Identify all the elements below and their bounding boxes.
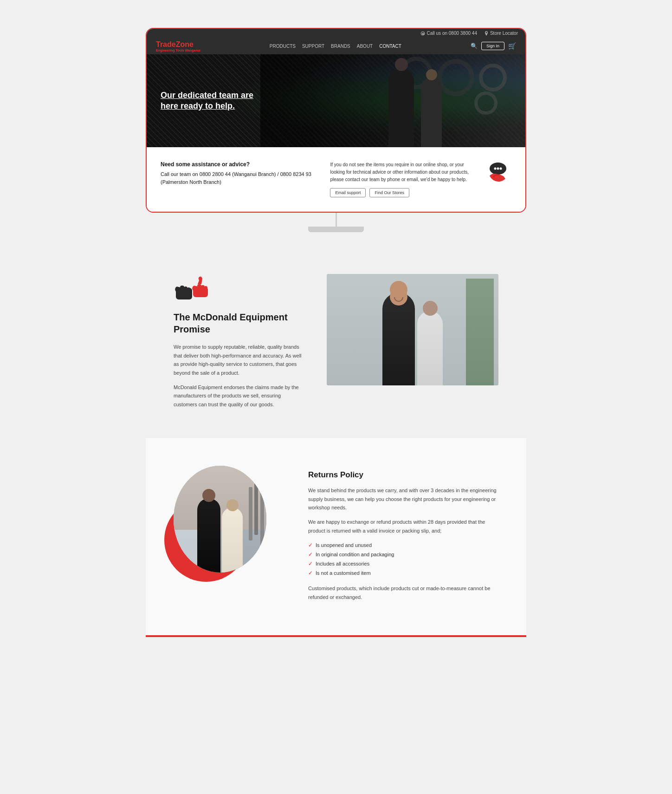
check-icon-2: ✓ xyxy=(308,551,313,558)
returns-photo xyxy=(174,466,266,573)
contact-description: If you do not see the items you require … xyxy=(330,161,474,183)
find-stores-button[interactable]: Find Our Stores xyxy=(369,188,409,197)
promise-section: The McDonald Equipment Promise We promis… xyxy=(146,251,526,438)
contact-icon-area xyxy=(484,161,511,184)
search-icon[interactable]: 🔍 xyxy=(471,43,478,49)
checklist-item-4: ✓ Is not a customised item xyxy=(308,568,498,578)
contact-right: If you do not see the items you require … xyxy=(330,161,511,197)
contact-left: Need some assistance or advice? Call our… xyxy=(161,161,311,186)
svg-rect-10 xyxy=(187,287,190,294)
logo[interactable]: TradeZone Engineering Tools Wanganui xyxy=(156,40,200,52)
navbar: TradeZone Engineering Tools Wanganui PRO… xyxy=(147,38,525,54)
returns-text-1: We stand behind the products we carry, a… xyxy=(308,486,498,512)
monitor-frame: ☎ Call us on 0800 3800 44 Store Locator … xyxy=(146,28,526,213)
check-icon-1: ✓ xyxy=(308,542,313,548)
checklist-item-2: ✓ In original condition and packaging xyxy=(308,550,498,559)
promise-left: The McDonald Equipment Promise We promis… xyxy=(174,274,304,415)
check-icon-4: ✓ xyxy=(308,570,313,576)
monitor-stand-base xyxy=(308,227,364,232)
svg-rect-9 xyxy=(184,286,187,294)
svg-text:☎: ☎ xyxy=(421,33,425,35)
nav-about[interactable]: ABOUT xyxy=(357,44,373,49)
contact-section: Need some assistance or advice? Call our… xyxy=(147,147,525,212)
returns-title: Returns Policy xyxy=(308,470,498,480)
phone-info: ☎ Call us on 0800 3800 44 xyxy=(420,31,477,36)
svg-rect-8 xyxy=(180,286,184,294)
nav-contact[interactable]: CONTACT xyxy=(379,44,401,49)
svg-point-3 xyxy=(494,168,496,170)
svg-rect-14 xyxy=(201,285,205,293)
nav-actions: 🔍 Sign In 🛒 xyxy=(471,42,516,50)
nav-products[interactable]: PRODUCTS xyxy=(270,44,296,49)
below-monitor-content: The McDonald Equipment Promise We promis… xyxy=(146,251,526,637)
store-locator-link[interactable]: Store Locator xyxy=(485,31,518,36)
checklist-item-3: ✓ Includes all accessories xyxy=(308,559,498,568)
promise-right xyxy=(327,274,498,385)
checklist-item-1: ✓ Is unopened and unused xyxy=(308,540,498,550)
hero-section: Our dedicated team are here ready to hel… xyxy=(147,54,525,147)
contact-phone-text: Call our team on 0800 2800 44 (Wanganui … xyxy=(161,170,311,186)
promise-image xyxy=(327,274,498,385)
returns-image-wrapper xyxy=(174,466,285,573)
thumbs-glove-icon xyxy=(174,274,213,304)
cart-icon[interactable]: 🛒 xyxy=(508,42,516,50)
monitor-stand-neck xyxy=(336,213,337,227)
bottom-bar xyxy=(146,635,526,637)
svg-rect-13 xyxy=(197,284,201,293)
promise-text-1: We promise to supply reputable, reliable… xyxy=(174,343,304,377)
hero-headline: Our dedicated team are here ready to hel… xyxy=(161,90,263,112)
nav-support[interactable]: SUPPORT xyxy=(302,44,324,49)
check-icon-3: ✓ xyxy=(308,560,313,567)
svg-point-4 xyxy=(497,168,499,170)
email-support-button[interactable]: Email support xyxy=(330,188,366,197)
contact-heading: Need some assistance or advice? xyxy=(161,161,311,168)
contact-right-text: If you do not see the items you require … xyxy=(330,161,474,197)
returns-text-2: We are happy to exchange or refund produ… xyxy=(308,518,498,535)
top-bar: ☎ Call us on 0800 3800 44 Store Locator xyxy=(147,29,525,38)
hero-text: Our dedicated team are here ready to hel… xyxy=(147,76,277,126)
nav-brands[interactable]: BRANDS xyxy=(331,44,350,49)
returns-section: Returns Policy We stand behind the produ… xyxy=(146,438,526,635)
signin-button[interactable]: Sign In xyxy=(481,42,504,50)
promise-icon xyxy=(174,274,211,302)
promise-text-2: McDonald Equipment endorses the claims m… xyxy=(174,383,304,409)
returns-text-3: Customised products, which include produ… xyxy=(308,584,498,601)
nav-links: PRODUCTS SUPPORT BRANDS ABOUT CONTACT xyxy=(270,44,401,49)
returns-content: Returns Policy We stand behind the produ… xyxy=(308,466,498,607)
svg-point-5 xyxy=(499,168,502,170)
returns-checklist: ✓ Is unopened and unused ✓ In original c… xyxy=(308,540,498,578)
promise-title: The McDonald Equipment Promise xyxy=(174,311,304,335)
store-scene xyxy=(327,274,498,385)
chat-hand-icon xyxy=(485,161,510,184)
contact-buttons: Email support Find Our Stores xyxy=(330,188,474,197)
svg-rect-15 xyxy=(204,286,207,293)
